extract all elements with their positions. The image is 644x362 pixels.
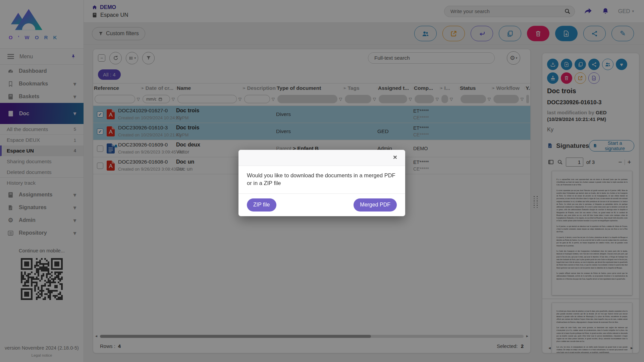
modal-footer: ZIP file Merged PDF <box>238 193 405 216</box>
zip-file-button[interactable]: ZIP file <box>247 198 276 212</box>
merged-pdf-button[interactable]: Merged PDF <box>354 198 397 212</box>
close-icon[interactable]: × <box>391 153 399 161</box>
modal-message: Would you like to download the documents… <box>238 166 405 193</box>
download-choice-modal: × Would you like to download the documen… <box>238 150 405 216</box>
modal-header: × <box>238 150 405 166</box>
